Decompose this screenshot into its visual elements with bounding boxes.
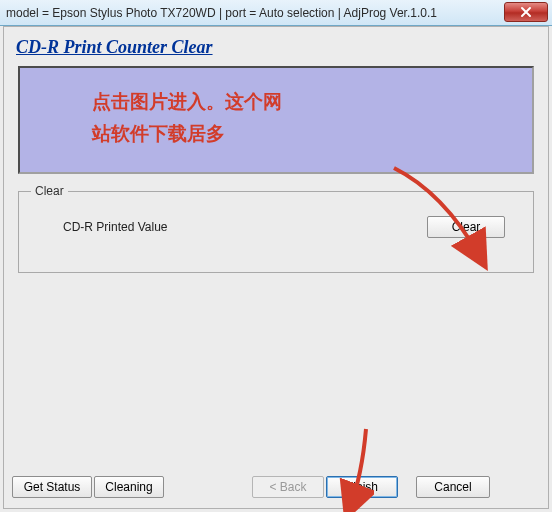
page-title: CD-R Print Counter Clear: [16, 37, 536, 58]
banner-text: 点击图片进入。这个网 站软件下载居多: [92, 86, 512, 151]
cleaning-button[interactable]: Cleaning: [94, 476, 164, 498]
get-status-button[interactable]: Get Status: [12, 476, 92, 498]
clear-button[interactable]: Clear: [427, 216, 505, 238]
close-icon: [520, 6, 532, 18]
banner-line-2: 站软件下载居多: [92, 123, 225, 144]
back-button: < Back: [252, 476, 324, 498]
clear-group-legend: Clear: [31, 184, 68, 198]
client-area: CD-R Print Counter Clear 点击图片进入。这个网 站软件下…: [3, 26, 549, 509]
clear-groupbox: Clear CD-R Printed Value Clear: [18, 184, 534, 273]
banner-line-1: 点击图片进入。这个网: [92, 91, 282, 112]
cancel-button[interactable]: Cancel: [416, 476, 490, 498]
window-titlebar: model = Epson Stylus Photo TX720WD | por…: [0, 0, 552, 26]
window-close-button[interactable]: [504, 2, 548, 22]
info-banner: 点击图片进入。这个网 站软件下载居多: [18, 66, 534, 174]
cdr-printed-value-label: CD-R Printed Value: [63, 220, 167, 234]
bottom-button-bar: Get Status Cleaning < Back Finish Cancel: [4, 476, 548, 502]
finish-button[interactable]: Finish: [326, 476, 398, 498]
window-title: model = Epson Stylus Photo TX720WD | por…: [6, 6, 437, 20]
